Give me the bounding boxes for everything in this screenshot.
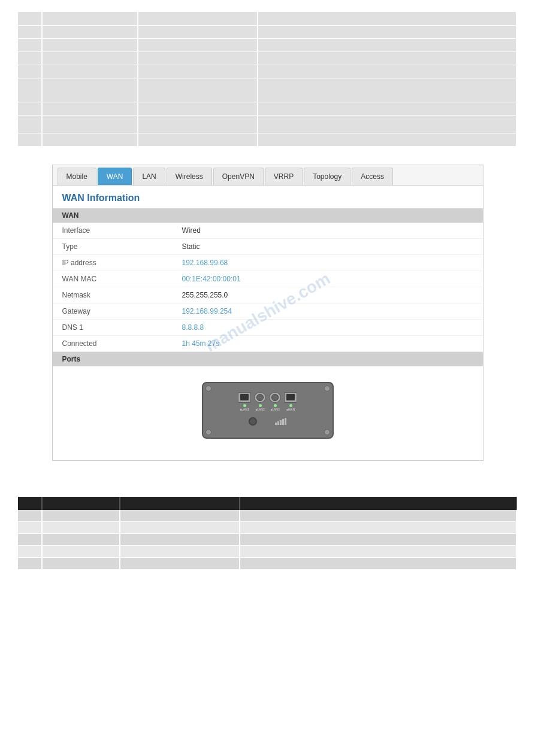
tab-wireless[interactable]: Wireless xyxy=(167,168,212,185)
label-interface: Interface xyxy=(62,226,182,235)
ports-row: ●LAN1 ●LAN2 xyxy=(238,392,297,411)
label-dns1: DNS 1 xyxy=(62,323,182,332)
section-header-ports: Ports xyxy=(53,352,483,366)
port-led-lan3 xyxy=(274,404,277,407)
info-row-type: Type Static xyxy=(53,239,483,255)
main-panel: Mobile WAN LAN Wireless OpenVPN VRRP Top… xyxy=(52,165,483,461)
ports-area: ●LAN1 ●LAN2 xyxy=(238,392,297,426)
label-type: Type xyxy=(62,242,182,251)
port-led-wan xyxy=(289,404,292,407)
label-netmask: Netmask xyxy=(62,291,182,299)
table-row xyxy=(18,102,516,115)
table-row xyxy=(18,25,516,38)
tab-vrrp[interactable]: VRRP xyxy=(265,168,303,185)
tab-topology[interactable]: Topology xyxy=(304,168,350,185)
port-wan: ●WAN xyxy=(284,392,297,411)
screw-tr xyxy=(324,385,330,391)
table-row xyxy=(18,65,516,78)
port-led-lan2 xyxy=(259,404,262,407)
ports-section: ●LAN1 ●LAN2 xyxy=(53,366,483,460)
router-device: ●LAN1 ●LAN2 xyxy=(202,382,334,439)
top-gray-table xyxy=(18,12,517,147)
bar1 xyxy=(275,423,277,425)
top-table-section xyxy=(0,0,535,153)
main-panel-wrapper: manualshive.com Mobile WAN LAN Wireless … xyxy=(0,153,535,473)
table-header-row xyxy=(18,497,516,510)
value-ip: 192.168.99.68 xyxy=(182,259,228,267)
screw-br xyxy=(324,429,330,435)
table-row xyxy=(18,133,516,146)
antenna-button xyxy=(249,417,257,426)
panel-content: WAN Information WAN Interface Wired Type… xyxy=(53,186,483,460)
table-row xyxy=(18,522,516,534)
table-row xyxy=(18,12,516,25)
info-row-mac: WAN MAC 00:1E:42:00:00:01 xyxy=(53,271,483,287)
bar3 xyxy=(280,420,282,425)
antenna-row xyxy=(249,417,286,426)
header-col3 xyxy=(120,497,240,510)
info-row-ip: IP address 192.168.99.68 xyxy=(53,255,483,271)
bar4 xyxy=(282,419,284,425)
section-header-wan: WAN xyxy=(53,208,483,223)
table-row xyxy=(18,78,516,102)
value-netmask: 255.255.255.0 xyxy=(182,291,228,299)
label-ip: IP address xyxy=(62,259,182,267)
value-gateway: 192.168.99.254 xyxy=(182,307,232,315)
tabs-bar: Mobile WAN LAN Wireless OpenVPN VRRP Top… xyxy=(53,165,483,186)
port-led-lan1 xyxy=(243,404,246,407)
value-dns1: 8.8.8.8 xyxy=(182,323,204,332)
bottom-dark-table xyxy=(18,497,517,570)
table-row xyxy=(18,558,516,570)
table-row xyxy=(18,115,516,133)
port-lan2: ●LAN2 xyxy=(254,392,266,411)
table-row xyxy=(18,546,516,558)
tab-wan[interactable]: WAN xyxy=(98,168,132,185)
value-interface: Wired xyxy=(182,226,201,235)
info-row-netmask: Netmask 255.255.255.0 xyxy=(53,287,483,303)
info-row-connected: Connected 1h 45m 27s xyxy=(53,336,483,352)
bottom-table-section xyxy=(0,473,535,582)
info-row-dns1: DNS 1 8.8.8.8 xyxy=(53,320,483,336)
info-row-gateway: Gateway 192.168.99.254 xyxy=(53,303,483,320)
panel-title: WAN Information xyxy=(53,186,483,208)
tab-mobile[interactable]: Mobile xyxy=(58,168,96,185)
header-col4 xyxy=(240,497,516,510)
signal-bars xyxy=(275,418,286,425)
screw-tl xyxy=(205,385,211,391)
table-row xyxy=(18,38,516,51)
port-lan3: ●LAN3 xyxy=(269,392,281,411)
value-mac: 00:1E:42:00:00:01 xyxy=(182,275,241,283)
port-label-wan: ●WAN xyxy=(286,408,295,411)
tab-openvpn[interactable]: OpenVPN xyxy=(213,168,264,185)
port-label-lan1: ●LAN1 xyxy=(240,408,249,411)
table-row xyxy=(18,510,516,522)
table-row xyxy=(18,51,516,65)
label-gateway: Gateway xyxy=(62,307,182,315)
label-mac: WAN MAC xyxy=(62,275,182,283)
bar2 xyxy=(277,421,279,425)
tab-lan[interactable]: LAN xyxy=(133,168,165,185)
screw-bl xyxy=(205,429,211,435)
port-lan1: ●LAN1 xyxy=(238,392,251,411)
label-connected: Connected xyxy=(62,339,182,348)
table-row xyxy=(18,534,516,546)
bar5 xyxy=(285,418,286,425)
port-label-lan3: ●LAN3 xyxy=(270,408,280,411)
port-label-lan2: ●LAN2 xyxy=(255,408,265,411)
tab-access[interactable]: Access xyxy=(352,168,393,185)
info-row-interface: Interface Wired xyxy=(53,223,483,239)
header-col1 xyxy=(18,497,42,510)
value-type: Static xyxy=(182,242,200,251)
header-col2 xyxy=(42,497,120,510)
value-connected: 1h 45m 27s xyxy=(182,339,220,348)
